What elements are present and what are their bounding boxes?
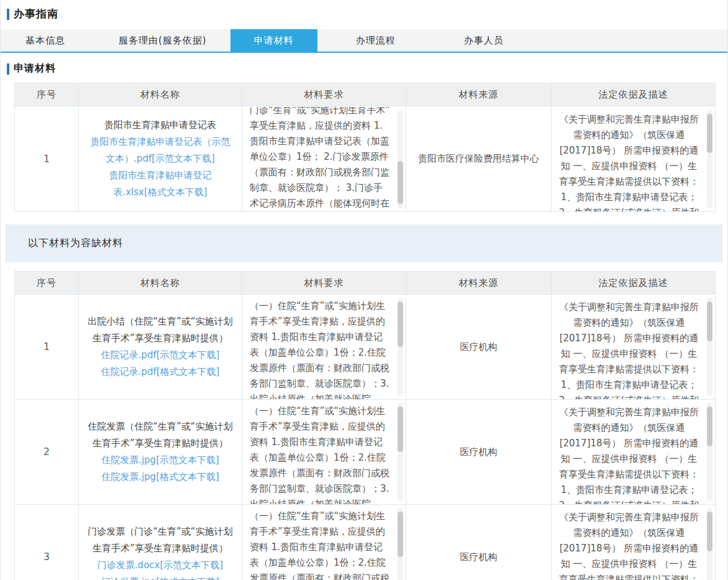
scrollbar-thumb[interactable]	[398, 512, 403, 557]
header-material-name: 材料名称	[79, 83, 242, 106]
material-source: 医疗机构	[406, 505, 552, 580]
material-name-cell: 贵阳市生育津贴申请登记表 贵阳市生育津贴申请登记表（示范文本）.pdf[示范文本…	[79, 106, 242, 212]
header-material-source: 材料来源	[406, 272, 552, 295]
section-title: 申请材料	[14, 62, 56, 75]
table-row: 3 门诊发票（门诊“生育”或“实施计划生育手术”享受生育津贴时提供） 门诊发票.…	[15, 505, 716, 580]
format-download-link[interactable]: 住院发票.jpg[格式文本下载]	[88, 469, 233, 486]
scrollbar-thumb[interactable]	[707, 512, 712, 551]
scrollbar[interactable]	[398, 508, 403, 580]
requirement-text: （一）住院“生育”或“实施计划生育手术”享受生育津贴，应提供的资料 1.贵阳市生…	[250, 509, 392, 580]
header-seq: 序号	[15, 83, 79, 106]
tolerance-materials-banner: 以下材料为容缺材料	[6, 224, 722, 262]
material-name-cell: 出院小结（住院“生育”或“实施计划生育手术”享受生育津贴时提供） 住院记录.pd…	[79, 295, 242, 400]
seq-number: 2	[15, 400, 79, 505]
scrollbar-thumb[interactable]	[398, 407, 403, 452]
legal-basis-text: 《关于调整和完善生育津贴申报所需资料的通知》（筑医保通[2017]18号） 所需…	[558, 405, 700, 504]
requirement-text: （一）住院“生育”或“实施计划生育手术”享受生育津贴，应提供的资料 1.贵阳市生…	[250, 298, 392, 399]
page-header: 办事指南	[1, 0, 727, 21]
tab-bar: 基本信息 服务理由(服务依据) 申请材料 办理流程 办事人员	[1, 29, 727, 53]
tab-service-basis[interactable]: 服务理由(服务依据)	[102, 29, 223, 52]
material-name-cell: 门诊发票（门诊“生育”或“实施计划生育手术”享受生育津贴时提供） 门诊发票.do…	[79, 505, 242, 580]
material-source: 医疗机构	[406, 400, 552, 505]
format-download-link[interactable]: 贵阳市生育津贴申请登记表.xlsx[格式文本下载]	[88, 167, 233, 201]
legal-basis-text: 《关于调整和完善生育津贴申报所需资料的通知》（筑医保通[2017]18号） 所需…	[558, 300, 700, 399]
tolerance-materials-table: 序号 材料名称 材料要求 材料来源 法定依据及描述 1 出院小结（住院“生育”或…	[14, 271, 716, 580]
legal-basis-cell: 《关于调整和完善生育津贴申报所需资料的通知》（筑医保通[2017]18号） 所需…	[552, 400, 716, 505]
scrollbar[interactable]	[398, 298, 403, 396]
legal-basis-cell: 《关于调整和完善生育津贴申报所需资料的通知》（筑医保通[2017]18号） 所需…	[552, 106, 716, 212]
header-material-requirement: 材料要求	[242, 272, 406, 295]
title-accent-bar	[7, 9, 9, 20]
scrollbar[interactable]	[707, 403, 712, 501]
scrollbar[interactable]	[707, 298, 712, 396]
material-name: 贵阳市生育津贴申请登记表	[104, 119, 216, 131]
material-name: 出院小结（住院“生育”或“实施计划生育手术”享受生育津贴时提供）	[88, 316, 232, 344]
sample-download-link[interactable]: 住院记录.pdf[示范文本下载]	[88, 347, 233, 364]
header-legal-basis: 法定依据及描述	[552, 83, 716, 106]
format-download-link[interactable]: 住院记录.pdf[格式文本下载]	[88, 364, 233, 380]
seq-number: 3	[15, 505, 79, 580]
table-row: 2 住院发票（住院“生育”或“实施计划生育手术”享受生育津贴时提供） 住院发票.…	[15, 400, 716, 505]
scrollbar[interactable]	[707, 110, 712, 208]
section-header: 申请材料	[7, 62, 727, 75]
material-requirement-cell: （一）住院“生育”或“实施计划生育手术”享受生育津贴，应提供的资料 1.贵阳市生…	[242, 505, 406, 580]
header-legal-basis: 法定依据及描述	[552, 272, 716, 295]
format-download-link[interactable]: 门诊发票.jpg[格式文本下载]	[88, 574, 233, 580]
scrollbar[interactable]	[398, 110, 403, 208]
table-header-row: 序号 材料名称 材料要求 材料来源 法定依据及描述	[15, 83, 716, 106]
requirement-text: （一）住院“生育”或“实施计划生育手术”享受生育津贴，应提供的资料 1.贵阳市生…	[250, 403, 392, 504]
material-name: 门诊发票（门诊“生育”或“实施计划生育手术”享受生育津贴时提供）	[88, 526, 232, 554]
material-requirement-cell: （一）住院“生育”或“实施计划生育手术”享受生育津贴，应提供的资料 1.贵阳市生…	[242, 295, 406, 400]
table-row: 1 贵阳市生育津贴申请登记表 贵阳市生育津贴申请登记表（示范文本）.pdf[示范…	[15, 106, 716, 212]
table-header-row: 序号 材料名称 材料要求 材料来源 法定依据及描述	[15, 272, 716, 295]
header-material-requirement: 材料要求	[242, 83, 406, 106]
tab-application-materials[interactable]: 申请材料	[230, 29, 317, 52]
materials-table: 序号 材料名称 材料要求 材料来源 法定依据及描述 1 贵阳市生育津贴申请登记表…	[14, 83, 716, 212]
seq-number: 1	[15, 295, 79, 400]
section-accent-bar	[7, 63, 9, 75]
scrollbar-thumb[interactable]	[398, 302, 403, 347]
header-material-name: 材料名称	[79, 272, 242, 295]
requirement-text: 门诊“生育”或“实施计划生育手术”享受生育津贴，应提供的资料 1.贵阳市生育津贴…	[250, 107, 392, 211]
scrollbar-thumb[interactable]	[707, 407, 712, 446]
scrollbar-thumb[interactable]	[707, 114, 712, 153]
legal-basis-text: 《关于调整和完善生育津贴申报所需资料的通知》（筑医保通[2017]18号） 所需…	[558, 510, 700, 580]
legal-basis-cell: 《关于调整和完善生育津贴申报所需资料的通知》（筑医保通[2017]18号） 所需…	[552, 505, 716, 580]
scrollbar[interactable]	[707, 508, 712, 580]
material-source: 医疗机构	[406, 295, 552, 400]
material-requirement-cell: （一）住院“生育”或“实施计划生育手术”享受生育津贴，应提供的资料 1.贵阳市生…	[242, 400, 406, 505]
sample-download-link[interactable]: 门诊发票.docx[示范文本下载]	[88, 557, 233, 574]
scrollbar-thumb[interactable]	[707, 302, 712, 341]
material-requirement-cell: 门诊“生育”或“实施计划生育手术”享受生育津贴，应提供的资料 1.贵阳市生育津贴…	[242, 106, 406, 212]
sample-download-link[interactable]: 贵阳市生育津贴申请登记表（示范文本）.pdf[示范文本下载]	[88, 134, 233, 167]
material-name-cell: 住院发票（住院“生育”或“实施计划生育手术”享受生育津贴时提供） 住院发票.jp…	[79, 400, 242, 505]
header-seq: 序号	[15, 272, 79, 295]
material-name: 住院发票（住院“生育”或“实施计划生育手术”享受生育津贴时提供）	[88, 421, 232, 449]
header-material-source: 材料来源	[406, 83, 552, 106]
page-title: 办事指南	[14, 7, 58, 21]
tab-basic-info[interactable]: 基本信息	[9, 29, 81, 52]
service-guide-page: 办事指南 基本信息 服务理由(服务依据) 申请材料 办理流程 办事人员 申请材料…	[0, 0, 728, 580]
tab-process[interactable]: 办理流程	[340, 29, 412, 52]
scrollbar[interactable]	[398, 403, 403, 501]
legal-basis-cell: 《关于调整和完善生育津贴申报所需资料的通知》（筑医保通[2017]18号） 所需…	[552, 295, 716, 400]
table-row: 1 出院小结（住院“生育”或“实施计划生育手术”享受生育津贴时提供） 住院记录.…	[15, 295, 716, 400]
material-source: 贵阳市医疗保险费用结算中心	[406, 106, 552, 212]
tab-staff[interactable]: 办事人员	[448, 29, 520, 52]
seq-number: 1	[15, 106, 79, 212]
legal-basis-text: 《关于调整和完善生育津贴申报所需资料的通知》（筑医保通[2017]18号） 所需…	[558, 112, 700, 211]
scrollbar-thumb[interactable]	[398, 161, 403, 205]
sample-download-link[interactable]: 住院发票.jpg[示范文本下载]	[88, 452, 233, 469]
